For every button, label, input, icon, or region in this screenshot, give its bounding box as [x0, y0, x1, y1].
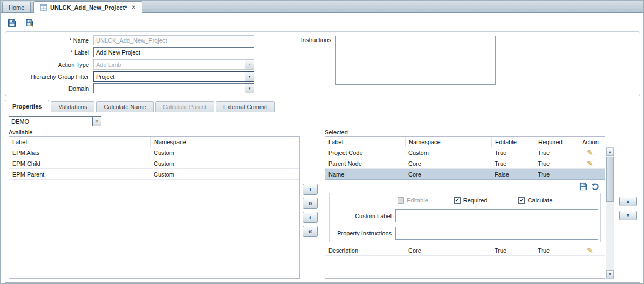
custom-label-input[interactable]: [395, 209, 598, 222]
editable-checkbox-label: Editable: [407, 197, 428, 204]
category-value[interactable]: [9, 116, 92, 126]
editable-checkbox: Editable: [398, 197, 428, 204]
column-header-namespace[interactable]: Namespace: [150, 137, 299, 147]
table-row-selected[interactable]: Name Core False True: [325, 169, 605, 180]
column-header-label[interactable]: Label: [9, 137, 150, 147]
row-namespace: Core: [405, 169, 491, 179]
table-row[interactable]: Parent Node Core True True ✎: [325, 158, 605, 169]
table-row[interactable]: Project Code Custom True True ✎: [325, 147, 605, 158]
calculate-checkbox-label: Calculate: [527, 197, 552, 204]
tab-external-commit[interactable]: External Commit: [216, 101, 275, 112]
reorder-controls: ▲ ▼: [619, 197, 637, 220]
row-label: Project Code: [325, 147, 405, 158]
move-all-right-button[interactable]: »: [303, 198, 318, 209]
row-required: True: [535, 245, 577, 255]
chevron-down-icon[interactable]: ▼: [92, 116, 101, 126]
available-header-row: Label Namespace: [9, 137, 299, 147]
row-editable: True: [491, 245, 535, 255]
tab-calculate-parent: Calculate Parent: [155, 101, 214, 112]
row-label: EPM Parent: [9, 169, 150, 179]
property-instructions-input[interactable]: [395, 227, 598, 240]
available-table: Label Namespace EPM Alias Custom EPM Chi…: [9, 136, 300, 279]
required-checkbox-label: Required: [463, 197, 488, 204]
row-editable: False: [491, 169, 535, 179]
scrollbar-thumb[interactable]: [606, 157, 614, 202]
close-tab-icon[interactable]: ✕: [131, 4, 135, 10]
instructions-textarea[interactable]: [335, 36, 496, 85]
tab-validations[interactable]: Validations: [51, 101, 94, 112]
tab-home[interactable]: Home: [2, 2, 31, 12]
hierarchy-group-filter-select[interactable]: ▼: [93, 71, 254, 82]
table-row[interactable]: Description Core True True ✎: [325, 245, 605, 256]
app-window: Home UNLCK_Add_New_Project* ✕ * Name * L…: [0, 0, 644, 284]
row-required: True: [535, 147, 577, 158]
editor-save-button[interactable]: [579, 182, 587, 191]
move-selected-right-button[interactable]: ›: [303, 184, 318, 195]
chevron-down-icon[interactable]: ▼: [245, 83, 254, 93]
row-namespace: Custom: [150, 169, 299, 179]
row-namespace: Core: [405, 245, 491, 255]
tab-home-label: Home: [9, 4, 24, 11]
domain-label: Domain: [10, 85, 93, 92]
available-title: Available: [9, 129, 32, 136]
hierarchy-group-filter-value[interactable]: [93, 71, 245, 82]
property-instructions-label: Property Instructions: [330, 230, 395, 236]
scroll-down-icon[interactable]: ▼: [606, 270, 614, 278]
shuttle-controls: › » ‹ «: [303, 184, 319, 237]
move-down-button[interactable]: ▼: [619, 211, 637, 220]
move-all-left-button[interactable]: «: [303, 226, 318, 237]
custom-label-label: Custom Label: [330, 213, 395, 219]
save-and-detach-button[interactable]: [24, 17, 36, 29]
required-checkbox-box[interactable]: ✓: [454, 197, 461, 204]
name-input: [93, 35, 254, 45]
tab-properties[interactable]: Properties: [5, 100, 49, 112]
column-header-action[interactable]: Action: [577, 137, 604, 147]
column-header-required[interactable]: Required: [535, 137, 577, 147]
tab-calculate-name[interactable]: Calculate Name: [96, 101, 153, 112]
action-form: * Name * Label Action Type ▼ Hierarchy G…: [5, 31, 640, 96]
edit-pencil-icon[interactable]: ✎: [587, 247, 593, 254]
edit-pencil-icon[interactable]: ✎: [587, 160, 593, 167]
selected-table: Label Namespace Editable Required Action…: [325, 136, 605, 279]
save-button[interactable]: [6, 17, 18, 29]
row-label: Name: [325, 169, 405, 179]
selected-scrollbar[interactable]: ▲ ▼: [606, 147, 614, 279]
column-header-label[interactable]: Label: [325, 137, 405, 147]
table-row[interactable]: EPM Parent Custom: [9, 169, 299, 180]
editor-fields: Editable ✓ Required ✓ Calculate: [329, 193, 601, 242]
category-select[interactable]: ▼: [9, 116, 101, 126]
label-input[interactable]: [93, 47, 254, 57]
domain-value[interactable]: [93, 83, 245, 93]
name-label: * Name: [10, 37, 93, 44]
document-icon: [40, 4, 47, 11]
editor-undo-button[interactable]: [591, 182, 599, 191]
properties-panel: ▼ Available Selected Label Namespace EPM…: [5, 112, 640, 283]
row-namespace: Core: [405, 158, 491, 168]
move-up-button[interactable]: ▲: [619, 197, 637, 206]
selected-title: Selected: [325, 129, 348, 136]
row-required: True: [535, 169, 577, 179]
toolbar: [6, 17, 36, 29]
tab-calculate-parent-label: Calculate Parent: [163, 104, 207, 110]
column-header-namespace[interactable]: Namespace: [405, 137, 491, 147]
hierarchy-group-filter-label: Hierarchy Group Filter: [10, 73, 93, 80]
edit-pencil-icon[interactable]: ✎: [587, 149, 593, 157]
label-label: * Label: [10, 49, 93, 56]
table-row[interactable]: EPM Alias Custom: [9, 147, 299, 158]
document-tabbar: Home UNLCK_Add_New_Project* ✕: [1, 1, 643, 13]
domain-select[interactable]: ▼: [93, 83, 254, 93]
row-label: EPM Alias: [9, 147, 150, 158]
calculate-checkbox-box[interactable]: ✓: [518, 197, 525, 204]
tab-active-document[interactable]: UNLCK_Add_New_Project* ✕: [33, 1, 142, 13]
tab-external-commit-label: External Commit: [223, 104, 267, 110]
column-header-editable[interactable]: Editable: [491, 137, 535, 147]
calculate-checkbox[interactable]: ✓ Calculate: [518, 197, 552, 204]
scroll-up-icon[interactable]: ▲: [606, 148, 614, 156]
tab-calculate-name-label: Calculate Name: [104, 104, 146, 110]
row-namespace: Custom: [405, 147, 491, 158]
required-checkbox[interactable]: ✓ Required: [454, 197, 488, 204]
chevron-down-icon[interactable]: ▼: [245, 71, 254, 82]
table-row[interactable]: EPM Child Custom: [9, 158, 299, 169]
detail-tabbar: Properties Validations Calculate Name Ca…: [5, 100, 640, 112]
move-selected-left-button[interactable]: ‹: [303, 212, 318, 223]
